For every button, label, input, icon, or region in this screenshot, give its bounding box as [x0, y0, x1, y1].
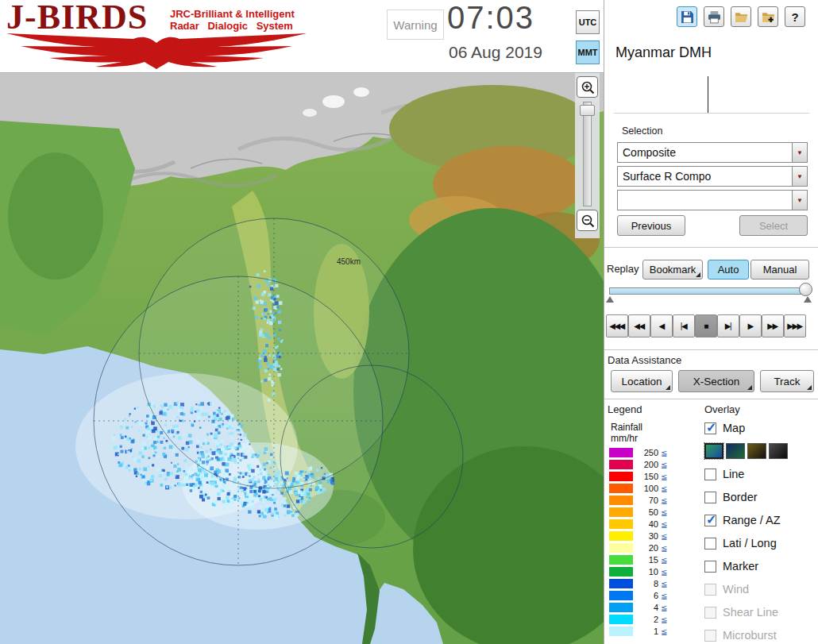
- overlay-item-microburst: Microburst: [704, 627, 788, 643]
- dropdown-1[interactable]: Composite▼: [617, 142, 808, 163]
- dropdown-2[interactable]: Surface R Compo▼: [617, 166, 808, 187]
- playback-button-1[interactable]: ◀◀◀: [606, 314, 628, 337]
- legend-color-swatch: [609, 519, 633, 529]
- overlay-checkbox-marker[interactable]: [704, 561, 716, 573]
- lte-symbol: ≦: [661, 532, 667, 541]
- mmt-button[interactable]: MMT: [576, 40, 600, 64]
- open-button[interactable]: [731, 6, 751, 27]
- overlay-item-wind: Wind: [704, 581, 788, 597]
- overlay-checkbox-label: Range / AZ: [723, 514, 781, 526]
- lte-symbol: ≦: [661, 615, 667, 624]
- legend-color-swatch: [609, 567, 633, 577]
- overlay-item-map: Map: [704, 420, 788, 436]
- zoom-slider-track[interactable]: [583, 102, 592, 206]
- replay-slider-track[interactable]: [609, 287, 808, 295]
- add-folder-icon: [762, 10, 775, 24]
- zoom-out-button[interactable]: [577, 210, 598, 231]
- eagle-icon: [2, 32, 319, 73]
- dropdown-arrow-icon[interactable]: ▼: [792, 143, 807, 162]
- zoom-slider-thumb[interactable]: [580, 105, 595, 116]
- overlay-item-marker: Marker: [704, 558, 788, 574]
- map-style-swatch-2[interactable]: [726, 443, 745, 459]
- overlay-checkbox-label: Marker: [723, 560, 758, 573]
- playback-button-8[interactable]: ▶▶: [762, 314, 784, 337]
- utc-button[interactable]: UTC: [576, 10, 600, 34]
- warning-indicator[interactable]: Warning: [387, 10, 444, 40]
- previous-button[interactable]: Previous: [617, 215, 685, 236]
- legend-color-swatch: [609, 555, 633, 565]
- map-style-swatch-1[interactable]: [704, 443, 723, 459]
- legend-value: 15: [636, 555, 658, 565]
- help-icon: ?: [791, 10, 798, 24]
- overlay-checkbox-lati-long[interactable]: [704, 538, 716, 550]
- legend-row: 1≦: [609, 627, 667, 636]
- legend-row: 2≦: [609, 615, 667, 624]
- radar-map-area[interactable]: 450km: [0, 73, 604, 644]
- dropdown-arrow-icon[interactable]: ▼: [792, 191, 807, 210]
- overlay-checkbox-range-az[interactable]: [704, 515, 716, 526]
- text-cursor: [708, 76, 708, 113]
- overlay-checkbox-shear-line: [704, 607, 716, 619]
- terrain-map[interactable]: 450km: [0, 73, 604, 644]
- bookmark-button[interactable]: Bookmark: [642, 260, 703, 280]
- lte-symbol: ≦: [661, 604, 667, 612]
- legend-unit: mm/hr: [611, 433, 638, 444]
- overlay-checkbox-label: Map: [723, 422, 745, 434]
- print-button[interactable]: [704, 6, 724, 27]
- legend-value: 20: [636, 543, 658, 553]
- playback-button-7[interactable]: ▶: [739, 314, 762, 337]
- save-icon: [681, 10, 694, 24]
- lte-symbol: ≦: [661, 484, 667, 493]
- legend-value: 150: [636, 472, 658, 481]
- overlay-checkbox-border[interactable]: [704, 492, 716, 503]
- dropdown-3[interactable]: ▼: [617, 190, 808, 210]
- location-button[interactable]: Location: [611, 370, 673, 392]
- playback-button-5[interactable]: ■: [695, 314, 717, 337]
- panel-title: Myanmar DMH: [615, 44, 712, 61]
- legend-value: 200: [636, 460, 658, 469]
- overlay-checkbox-microburst: [704, 630, 716, 642]
- legend-value: 4: [636, 603, 658, 612]
- legend-color-swatch: [609, 615, 633, 624]
- map-style-swatch-3[interactable]: [747, 443, 766, 459]
- playback-button-3[interactable]: ◀: [650, 314, 673, 337]
- legend-row: 15≦: [609, 555, 667, 565]
- save-button[interactable]: [677, 6, 697, 27]
- legend-row: 4≦: [609, 603, 667, 612]
- overlay-checkbox-line[interactable]: [704, 469, 716, 480]
- x-section-button[interactable]: X-Section: [678, 370, 754, 392]
- lte-symbol: ≦: [661, 508, 667, 517]
- lte-symbol: ≦: [661, 580, 667, 588]
- dropdown-arrow-icon[interactable]: ▼: [792, 167, 807, 186]
- playback-button-2[interactable]: ◀◀: [628, 314, 650, 337]
- open-folder-icon: [735, 10, 748, 24]
- header-bar: J-BIRDS JRC-Brilliant & Intelligent Rada…: [0, 0, 604, 73]
- legend-scale: 250≦200≦150≦100≦70≦50≦40≦30≦20≦15≦10≦8≦6…: [609, 448, 667, 636]
- track-button[interactable]: Track: [760, 370, 814, 392]
- app-logo-subtitle: JRC-Brilliant & Intelligent Radar Dialog…: [170, 8, 295, 32]
- select-button[interactable]: Select: [739, 215, 808, 236]
- map-style-swatch-4[interactable]: [769, 443, 788, 459]
- playback-button-6[interactable]: ▶|: [717, 314, 739, 337]
- dropdown-value: Surface R Compo: [618, 167, 792, 186]
- playback-button-4[interactable]: |◀: [673, 314, 695, 337]
- legend-value: 30: [636, 531, 658, 541]
- playback-button-9[interactable]: ▶▶▶: [784, 314, 806, 337]
- legend-color-swatch: [609, 603, 633, 612]
- overlay-checkbox-map[interactable]: [704, 422, 716, 434]
- legend-value: 6: [636, 591, 658, 600]
- add-button[interactable]: [758, 6, 778, 27]
- replay-slider-thumb[interactable]: [799, 283, 812, 296]
- help-button[interactable]: ?: [785, 6, 805, 27]
- lte-symbol: ≦: [661, 592, 667, 600]
- legend-value: 1: [636, 627, 658, 636]
- zoom-in-button[interactable]: [577, 76, 598, 98]
- overlay-item-border: Border: [704, 489, 788, 505]
- legend-row: 30≦: [609, 531, 667, 541]
- divider: [604, 349, 818, 350]
- auto-button[interactable]: Auto: [708, 260, 749, 280]
- legend-value: 2: [636, 615, 658, 624]
- manual-button[interactable]: Manual: [750, 260, 809, 280]
- legend-color-swatch: [609, 543, 633, 553]
- legend-color-swatch: [609, 591, 633, 600]
